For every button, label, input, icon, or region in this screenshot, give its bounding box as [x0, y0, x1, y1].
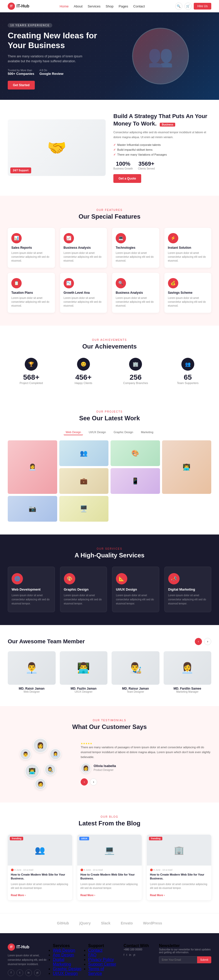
portfolio-tab-marketing[interactable]: Marketing [139, 430, 155, 435]
hire-us-button[interactable]: Hire Us [194, 3, 211, 10]
team-avatar-2: 👨‍💻 [60, 651, 108, 685]
portfolio-item-4[interactable]: 💼 🔍 [59, 468, 109, 494]
portfolio-tab-webdesign[interactable]: Web Design [64, 430, 83, 435]
t-avatar-3: 👩‍💼 [50, 748, 61, 760]
nav-link-contact[interactable]: Contact [133, 4, 145, 8]
partner-wordpress: WordPress [143, 921, 162, 925]
t-avatar-6: 🧑 [35, 778, 46, 790]
feature-desc-3: Lorem ipsum dolor sit amet consectetur a… [116, 251, 156, 262]
footer-service-link-5[interactable]: UI/UX Design [53, 971, 78, 976]
feature-icon-1: 📊 [11, 233, 22, 243]
author-role: Product Designer [94, 768, 116, 772]
social-twitter[interactable]: t [16, 969, 23, 976]
feature-desc-6: Lorem ipsum dolor sit amet consectetur a… [64, 296, 104, 308]
feature-card-1: 📊 Sales Reports Lorem ipsum dolor sit am… [8, 228, 55, 268]
portfolio-item-5[interactable]: 📱 🔍 [110, 468, 160, 494]
team-next-button[interactable]: › [204, 638, 211, 645]
footer-service-link-2[interactable]: App Design [53, 953, 74, 957]
testimonial-next-button[interactable]: › [90, 778, 97, 786]
feature-desc-8: Lorem ipsum dolor sit amet consectetur a… [168, 296, 208, 308]
blog-image-2: 💻 UI/UX [77, 835, 142, 865]
portfolio-item-7[interactable]: 📷 🔍 [8, 496, 57, 522]
blog-read-more-3[interactable]: Read More › [150, 894, 165, 897]
portfolio-tab-uiux[interactable]: UI/UX Design [86, 430, 108, 435]
footer-service-link-4[interactable]: Graphic Design [53, 967, 81, 971]
nav-link-home[interactable]: Home [60, 4, 69, 8]
service-card-3: 📐 UI/UX Design Lorem ipsum dolor sit ame… [112, 566, 159, 612]
services-label: OUR SERVICES [8, 547, 211, 550]
footer-support-link-1[interactable]: Contact [88, 948, 102, 953]
partners-section: GitHub jQuery Slack Envato WordPress [0, 913, 219, 933]
t-avatar-5: 👩‍🎨 [45, 764, 56, 775]
footer-contact-twitter[interactable]: t [126, 953, 127, 956]
footer-contact-facebook[interactable]: f [124, 953, 125, 956]
team-avatar-4: 👩‍💼 [164, 651, 211, 685]
team-prev-button[interactable]: ‹ [195, 638, 202, 645]
portfolio-item-3[interactable]: 🎨 🔍 [110, 441, 160, 466]
testimonial-nav: ‹ › [81, 778, 211, 786]
achievements-grid: 🏆 568+ Project Completed 😊 456+ Happy Cl… [8, 358, 211, 385]
service-icon-3: 📐 [116, 573, 127, 584]
blog-post-desc-1: Lorem ipsum dolor sit amet consectetur a… [11, 882, 69, 890]
testimonial-prev-button[interactable]: ‹ [81, 778, 88, 786]
footer-contact-linkedin[interactable]: in [129, 953, 131, 956]
footer-service-link-3[interactable]: Digital Marketing [53, 958, 71, 966]
team-section: Our Awesome Team Member ‹ › 👨‍💼 MD. Rais… [0, 625, 219, 706]
footer-support-link-3[interactable]: Privacy Policy [88, 958, 114, 962]
team-card-3: 👨‍🎨 MD. Raisur Jaman Team Designer [112, 651, 160, 693]
social-youtube[interactable]: yt [34, 969, 41, 976]
portfolio-item-2[interactable]: 👥 🔍 [59, 441, 109, 466]
nav-link-services[interactable]: Services [88, 4, 101, 8]
cart-icon-btn[interactable]: 🛒 [184, 3, 192, 10]
nav-logo[interactable]: IT IT-Hub [8, 3, 29, 10]
feature-card-6: 📉 Growth Level Ana Lorem ipsum dolor sit… [60, 273, 107, 313]
footer-support-link-5[interactable]: Terms of Service [88, 967, 104, 976]
team-name-1: MD. Raisir Jaman [8, 687, 56, 690]
blog-badge-1: Trending [10, 837, 23, 840]
blog-badge-3: Trending [149, 837, 162, 840]
t-avatar-1: 👩 [33, 738, 48, 752]
social-linkedin[interactable]: in [25, 969, 32, 976]
footer-newsletter-input[interactable] [159, 956, 197, 963]
blog-read-more-2[interactable]: Read More › [80, 894, 95, 897]
features-title: Our Special Features [8, 213, 211, 220]
portfolio-tab-graphic[interactable]: Graphic Design [112, 430, 135, 435]
footer-service-link-1[interactable]: Web Design [53, 948, 75, 953]
nav-link-shop[interactable]: Shop [106, 4, 113, 8]
footer-support-link-2[interactable]: FAQ [88, 953, 96, 957]
search-icon-btn[interactable]: 🔍 [175, 3, 182, 10]
strategy-people-icon: 🤝 [47, 138, 67, 157]
portfolio-item-6[interactable]: 👨‍💻 🔍 [162, 441, 211, 494]
strategy-cta-button[interactable]: Get a Quote [113, 174, 141, 183]
blog-icon-1: 👥 [35, 845, 45, 855]
feature-desc-7: Lorem ipsum dolor sit amet consectetur a… [116, 296, 156, 308]
strategy-stat-1: 100% Business Growth [113, 161, 133, 170]
testimonials-avatars: 👩 👨 👩‍💼 👨‍💻 👩‍🎨 🧑 [8, 738, 73, 790]
portfolio-item-8[interactable]: 🖥️ 🔍 [59, 496, 109, 522]
service-title-1: Web Development [11, 587, 51, 591]
portfolio-item-1[interactable]: 👩‍💼 🔍 [8, 441, 57, 494]
strategy-image: 🤝 24/7 Support [8, 119, 106, 176]
feature-desc-5: Lorem ipsum dolor sit amet consectetur a… [11, 296, 51, 308]
nav-link-about[interactable]: About [74, 4, 82, 8]
blog-read-more-1[interactable]: Read More › [11, 894, 26, 897]
footer-support-3: Privacy Policy [88, 958, 117, 962]
footer-support-link-4[interactable]: Support Center [88, 962, 116, 966]
nav-link-pages[interactable]: Pages [118, 4, 128, 8]
hero-cta-button[interactable]: Get Started [8, 81, 35, 89]
social-facebook[interactable]: f [8, 969, 14, 976]
footer-newsletter-submit[interactable]: Submit [197, 956, 211, 963]
footer-contact-youtube[interactable]: yt [133, 953, 135, 956]
footer-service-3: Digital Marketing [53, 958, 82, 967]
footer-support-2: FAQ [88, 953, 117, 958]
blog-card-1: 👥 Trending 🔴 8 June . 10-a-read How to C… [8, 835, 72, 900]
team-role-3: Team Designer [112, 690, 160, 693]
hero-stat-2-label: 4.8 On [40, 69, 63, 72]
footer-service-1: Web Design [53, 948, 82, 953]
feature-title-5: Taxation Plans [11, 291, 51, 294]
partner-envato: Envato [121, 921, 133, 925]
service-title-2: Graphic Design [64, 587, 103, 591]
feature-title-2: Business Analysis [64, 246, 104, 250]
service-card-4: 📣 Digital Marketing Lorem ipsum dolor si… [165, 566, 211, 612]
footer-contact-col: Contact With +880 100 00000 f t in yt [124, 943, 153, 976]
